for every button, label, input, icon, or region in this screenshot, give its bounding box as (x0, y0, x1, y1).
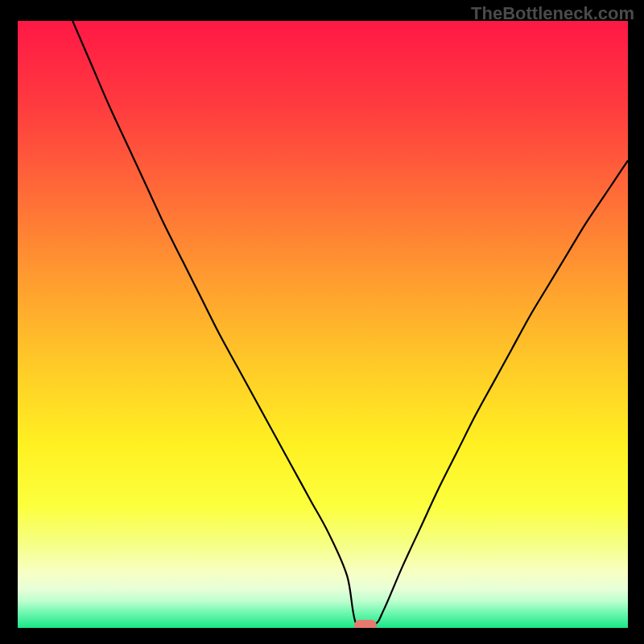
chart-frame: TheBottleneck.com (0, 0, 644, 644)
watermark-label: TheBottleneck.com (471, 3, 634, 24)
optimal-marker (354, 620, 377, 628)
gradient-background (18, 21, 628, 628)
plot-area (18, 21, 628, 628)
chart-svg (18, 21, 628, 628)
